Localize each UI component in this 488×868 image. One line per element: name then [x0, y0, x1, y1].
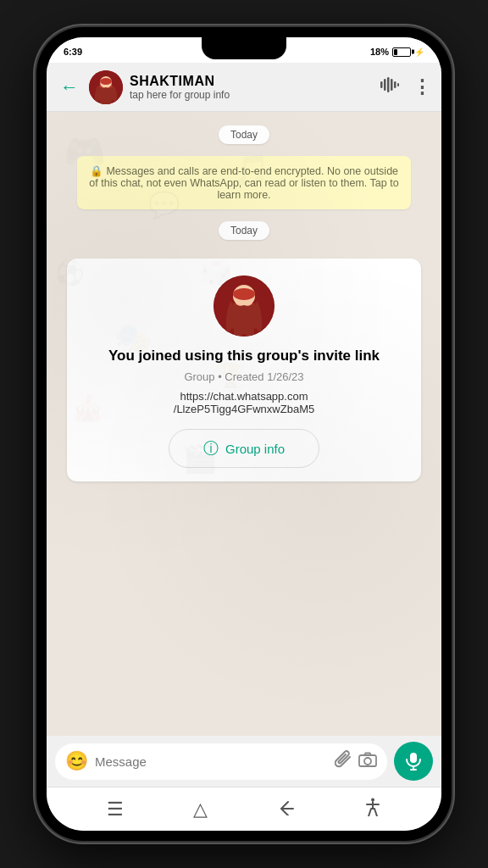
svg-rect-36: [281, 808, 294, 810]
date-pill-1: Today: [219, 125, 269, 144]
more-options-icon[interactable]: ⋮: [413, 76, 431, 98]
svg-point-37: [371, 798, 374, 801]
svg-rect-10: [387, 77, 390, 92]
encryption-text: 🔒 Messages and calls are end-to-end encr…: [89, 165, 398, 201]
nav-menu-icon[interactable]: ☰: [107, 798, 124, 821]
join-avatar-image: S: [214, 275, 274, 337]
info-circle-icon: ⓘ: [203, 438, 219, 459]
chat-area: 🎮 💬 🎵 ⚽ 🎲 🎭 🏆 🎪 🎬 Today 🔒 Messages and c…: [47, 112, 441, 736]
group-subtitle: tap here for group info: [130, 89, 374, 101]
bottom-nav: ☰ △: [47, 787, 441, 831]
join-card: S You joined using this group's invite l…: [67, 259, 421, 481]
status-battery: 18% ⚡: [370, 47, 424, 57]
message-input-wrap: 😊: [55, 743, 387, 780]
date-label-2: Today: [219, 221, 269, 240]
svg-rect-7: [107, 100, 112, 104]
header-info: SHAKTIMAN tap here for group info: [130, 74, 374, 101]
back-button[interactable]: ←: [57, 73, 82, 102]
svg-point-27: [233, 288, 255, 300]
avatar-image: S: [89, 70, 123, 104]
emoji-button[interactable]: 😊: [65, 750, 88, 772]
svg-rect-6: [100, 100, 105, 104]
phone-screen: 6:39 ▪▪ ▪▪▪ 18% ⚡ ←: [47, 37, 441, 831]
battery-fill: [394, 49, 397, 55]
svg-rect-13: [397, 83, 399, 86]
header-icons: ⋮: [380, 76, 431, 98]
chat-header[interactable]: ← S: [47, 63, 441, 112]
svg-rect-11: [391, 79, 393, 91]
nav-home-icon[interactable]: △: [193, 798, 208, 821]
join-meta: Group • Created 1/26/23: [184, 370, 303, 383]
mic-button[interactable]: [394, 742, 433, 781]
date-pill-2: Today: [219, 221, 269, 240]
svg-point-4: [100, 78, 112, 85]
svg-rect-9: [384, 79, 386, 91]
nav-accessibility-icon[interactable]: [364, 798, 381, 821]
battery-icon: [392, 47, 411, 57]
group-info-button[interactable]: ⓘ Group info: [169, 429, 319, 468]
status-time: 6:39: [64, 47, 82, 57]
group-name: SHAKTIMAN: [130, 74, 374, 89]
invite-link[interactable]: https://chat.whatsapp.com/LlzeP5Tigg4GFw…: [174, 390, 314, 415]
phone-frame: 6:39 ▪▪ ▪▪▪ 18% ⚡ ←: [36, 27, 452, 841]
encryption-notice[interactable]: 🔒 Messages and calls are end-to-end encr…: [77, 156, 411, 209]
notch: [202, 37, 286, 59]
group-info-label: Group info: [225, 442, 285, 456]
join-avatar: S: [214, 275, 274, 337]
message-input[interactable]: [95, 754, 328, 769]
join-title: You joined using this group's invite lin…: [108, 347, 380, 365]
svg-rect-8: [380, 81, 383, 88]
svg-rect-29: [234, 328, 242, 337]
microphone-icon: [406, 752, 421, 771]
date-label-1: Today: [219, 125, 269, 144]
nav-back-icon[interactable]: [276, 798, 295, 821]
input-bar: 😊: [47, 736, 441, 787]
audio-waveform-icon[interactable]: [380, 77, 399, 97]
lightning-icon: ⚡: [414, 47, 424, 57]
svg-rect-33: [410, 753, 417, 763]
svg-point-32: [364, 758, 371, 765]
svg-rect-30: [246, 328, 254, 337]
camera-button[interactable]: [358, 752, 377, 771]
attach-button[interactable]: [335, 750, 352, 773]
battery-percent: 18%: [370, 47, 389, 57]
svg-rect-12: [394, 81, 396, 88]
avatar[interactable]: S: [89, 70, 123, 104]
